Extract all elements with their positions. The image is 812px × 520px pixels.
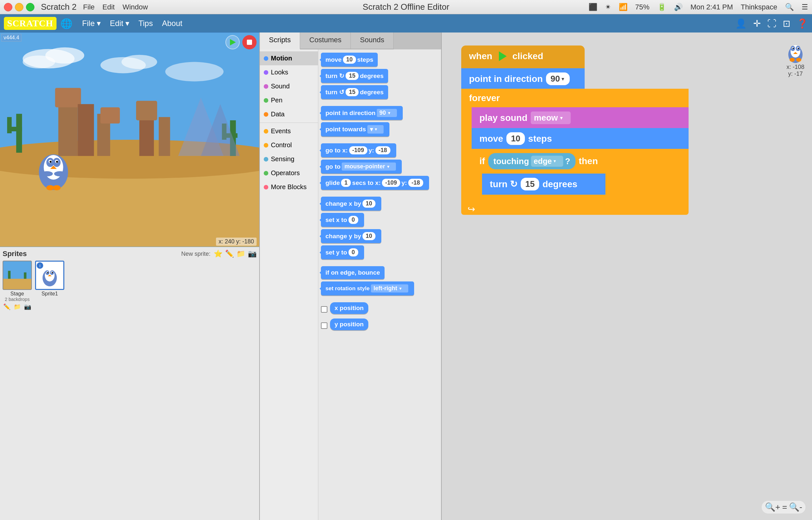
block-change-x[interactable]: change x by 10 (321, 197, 381, 211)
sound-dropdown[interactable]: meow ▼ (531, 111, 571, 124)
glide-y[interactable]: -18 (408, 179, 423, 187)
direction-dropdown[interactable]: 90 (377, 109, 397, 117)
person-icon[interactable]: 👤 (735, 18, 747, 29)
block-move-steps[interactable]: move 10 steps (321, 53, 378, 67)
globe-icon[interactable]: 🌐 (60, 18, 73, 29)
block-turn-ccw[interactable]: turn ↺ 15 degrees (321, 85, 388, 99)
block-point-direction[interactable]: point in direction 90 (321, 106, 403, 120)
menu-window[interactable]: Window (122, 3, 148, 11)
sprite-info-icon[interactable]: i (37, 262, 43, 269)
stage-item[interactable]: Stage 2 backdrops ✏️ 📁 📷 (3, 261, 32, 310)
camera-sprite-icon[interactable]: 📷 (248, 250, 257, 258)
help-icon[interactable]: ❓ (797, 18, 808, 29)
category-more-blocks[interactable]: More Blocks (260, 180, 318, 194)
stage-controls[interactable] (225, 35, 257, 49)
block-point-towards[interactable]: point towards ▾ (321, 122, 389, 136)
move-steps-block[interactable]: move 10 steps (472, 128, 689, 149)
draw-sprite-icon[interactable]: ✏️ (225, 250, 234, 258)
block-y-position[interactable]: y position (330, 318, 368, 330)
menu-edit[interactable]: Edit (102, 3, 115, 11)
touching-edge-block[interactable]: touching edge ▼ ? (488, 153, 576, 169)
change-x-value[interactable]: 10 (362, 200, 375, 208)
window-controls[interactable] (4, 3, 34, 11)
turn-ccw-value[interactable]: 15 (345, 88, 359, 96)
cursor-icon[interactable]: ✛ (753, 18, 761, 29)
block-set-x[interactable]: set x to 0 (321, 213, 364, 227)
category-motion[interactable]: Motion (260, 51, 318, 65)
if-header[interactable]: if touching edge ▼ ? then (472, 149, 689, 174)
glide-x[interactable]: -109 (382, 179, 400, 187)
x-position-check[interactable] (321, 306, 328, 313)
search-icon[interactable]: 🔍 (785, 3, 794, 11)
zoom-in-button[interactable]: 🔍+ (765, 502, 780, 512)
category-sensing[interactable]: Sensing (260, 152, 318, 166)
fullscreen-icon[interactable]: ⛶ (767, 18, 776, 29)
title-bar-menu[interactable]: File Edit Window (83, 3, 148, 11)
block-go-to-xy[interactable]: go to x: -109 y: -18 (321, 143, 396, 157)
turn-cw-value[interactable]: 15 (345, 72, 359, 80)
menu-file[interactable]: File (83, 3, 94, 11)
towards-dropdown[interactable]: ▾ (367, 125, 384, 134)
block-glide[interactable]: glide 1 secs to x: -109 y: -18 (321, 176, 429, 190)
green-flag-button[interactable] (225, 35, 240, 49)
camera-backdrop-icon[interactable]: 📷 (24, 303, 31, 310)
rotation-dropdown[interactable]: left-right (371, 284, 408, 292)
category-control[interactable]: Control (260, 138, 318, 152)
tab-costumes[interactable]: Costumes (300, 32, 351, 49)
block-go-to[interactable]: go to mouse-pointer (321, 160, 402, 174)
editor-tabs[interactable]: Scripts Costumes Sounds (260, 32, 441, 49)
move-steps-value[interactable]: 10 (343, 56, 356, 64)
menu-about[interactable]: About (158, 17, 187, 30)
backdrop-icons[interactable]: ✏️ 📁 📷 (3, 303, 31, 310)
stop-button[interactable] (242, 35, 257, 49)
glide-secs[interactable]: 1 (341, 179, 351, 187)
direction-value[interactable]: 90▼ (546, 73, 570, 85)
sprite1-item[interactable]: i (35, 261, 64, 310)
when-clicked-block[interactable]: when clicked (461, 46, 585, 69)
menu-file[interactable]: File ▾ (78, 17, 105, 30)
forever-header[interactable]: forever (461, 89, 689, 108)
block-bounce[interactable]: if on edge, bounce (321, 266, 385, 279)
zoom-fit-icon[interactable]: ⊡ (783, 18, 790, 29)
close-button[interactable] (4, 3, 12, 11)
block-x-position[interactable]: x position (330, 302, 368, 314)
go-y-value[interactable]: -18 (375, 146, 390, 154)
zoom-reset-button[interactable]: = (782, 502, 787, 512)
menu-tips[interactable]: Tips (134, 17, 157, 30)
y-position-check[interactable] (321, 322, 328, 329)
category-events[interactable]: Events (260, 124, 318, 138)
paint-sprite-icon[interactable]: ⭐ (214, 250, 223, 258)
set-x-value[interactable]: 0 (348, 216, 358, 224)
folder-sprite-icon[interactable]: 📁 (236, 250, 245, 258)
category-sound[interactable]: Sound (260, 79, 318, 93)
menu-edit[interactable]: Edit ▾ (105, 17, 134, 30)
turn-value[interactable]: 15 (521, 178, 539, 190)
zoom-out-button[interactable]: 🔍- (789, 502, 802, 512)
block-rotation-style[interactable]: set rotation style left-right (321, 282, 414, 295)
edit-backdrop-icon[interactable]: ✏️ (3, 303, 10, 310)
category-looks[interactable]: Looks (260, 65, 318, 79)
menu-icon[interactable]: ☰ (802, 3, 808, 11)
upload-backdrop-icon[interactable]: 📁 (13, 303, 21, 310)
point-direction-block[interactable]: point in direction 90▼ (461, 68, 585, 89)
new-sprite-icons[interactable]: ⭐ ✏️ 📁 📷 (214, 250, 257, 258)
block-change-y[interactable]: change y by 10 (321, 229, 381, 243)
maximize-button[interactable] (26, 3, 34, 11)
steps-value[interactable]: 10 (506, 132, 525, 145)
category-data[interactable]: Data (260, 107, 318, 121)
play-sound-block[interactable]: play sound meow ▼ (472, 107, 689, 128)
category-operators[interactable]: Operators (260, 166, 318, 180)
category-pen[interactable]: Pen (260, 93, 318, 107)
go-x-value[interactable]: -109 (349, 146, 367, 154)
change-y-value[interactable]: 10 (362, 232, 375, 240)
minimize-button[interactable] (15, 3, 23, 11)
zoom-controls[interactable]: 🔍+ = 🔍- (762, 501, 806, 514)
block-set-y[interactable]: set y to 0 (321, 245, 364, 259)
tab-scripts[interactable]: Scripts (260, 32, 300, 49)
turn-degrees-block[interactable]: turn ↻ 15 degrees (482, 174, 606, 195)
block-turn-cw[interactable]: turn ↻ 15 degrees (321, 69, 388, 83)
edge-dropdown[interactable]: edge ▼ (531, 156, 563, 167)
tab-sounds[interactable]: Sounds (351, 32, 394, 49)
go-to-dropdown[interactable]: mouse-pointer (342, 162, 396, 171)
set-y-value[interactable]: 0 (348, 248, 358, 256)
